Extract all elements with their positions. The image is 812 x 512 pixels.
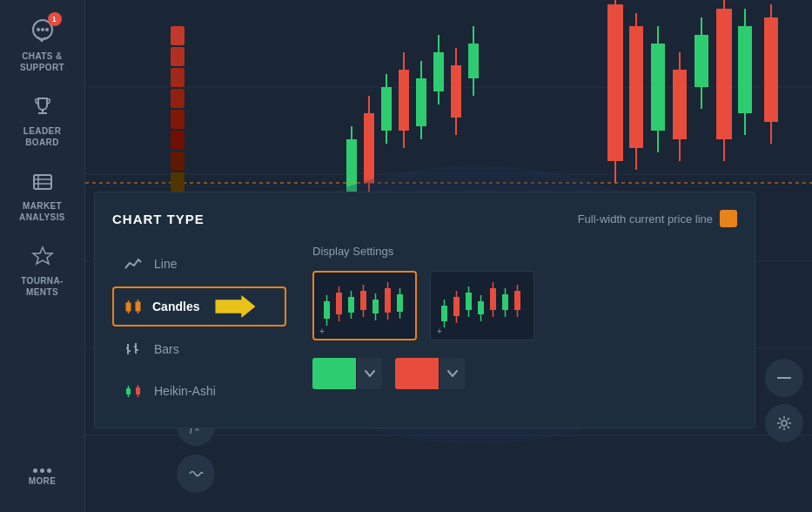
green-color-swatch[interactable] bbox=[312, 358, 356, 389]
svg-text:+: + bbox=[319, 327, 325, 336]
svg-rect-119 bbox=[466, 293, 472, 310]
svg-rect-73 bbox=[126, 303, 131, 311]
line-chart-icon bbox=[123, 253, 144, 274]
candles-chart-icon bbox=[123, 296, 144, 317]
price-line-label: Full-width current price line bbox=[578, 212, 713, 226]
chart-type-title: CHART TYPE bbox=[112, 212, 205, 226]
candles-icon-svg bbox=[124, 299, 143, 314]
svg-rect-30 bbox=[433, 52, 444, 91]
analysis-icon-wrap bbox=[27, 165, 58, 197]
svg-rect-116 bbox=[453, 297, 460, 316]
sidebar-item-leaderboard[interactable]: LEADERBOARD bbox=[0, 82, 84, 157]
candle-preview-row: + bbox=[312, 271, 737, 340]
sidebar-label-more: MORE bbox=[29, 476, 57, 486]
checkbox-check-icon bbox=[723, 213, 734, 224]
svg-rect-45 bbox=[651, 44, 665, 131]
chart-type-candles[interactable]: Candles bbox=[112, 286, 286, 327]
sidebar-label-chats: CHATS & SUPPORT bbox=[4, 51, 80, 73]
chart-type-list: Line Candles bbox=[112, 245, 286, 410]
svg-rect-24 bbox=[399, 70, 409, 131]
svg-rect-97 bbox=[348, 297, 354, 313]
svg-rect-72 bbox=[723, 213, 734, 224]
chart-type-line[interactable]: Line bbox=[112, 245, 286, 283]
svg-rect-103 bbox=[372, 300, 379, 313]
trophy-icon-wrap bbox=[27, 91, 58, 122]
minus-button[interactable] bbox=[765, 359, 803, 397]
sidebar-item-more[interactable]: MORE bbox=[24, 460, 61, 495]
trend-block-5 bbox=[171, 110, 185, 129]
svg-text:+: + bbox=[437, 327, 442, 336]
sidebar-label-market: MARKET ANALYSIS bbox=[4, 200, 80, 223]
sidebar-item-tournaments[interactable]: TOURNA-MENTS bbox=[0, 232, 84, 307]
svg-rect-125 bbox=[490, 288, 496, 310]
wave-button[interactable] bbox=[177, 455, 215, 493]
svg-rect-18 bbox=[364, 113, 374, 183]
svg-rect-122 bbox=[478, 301, 484, 314]
trend-block-6 bbox=[171, 131, 185, 150]
chart-type-bars[interactable]: Bars bbox=[112, 330, 286, 368]
trophy-icon bbox=[30, 93, 56, 119]
svg-rect-60 bbox=[764, 17, 778, 122]
panel-header: CHART TYPE Full-width current price line bbox=[112, 210, 737, 227]
svg-rect-36 bbox=[468, 44, 479, 78]
tournaments-icon bbox=[30, 243, 56, 269]
color-picker-red bbox=[395, 358, 465, 389]
display-settings-title: Display Settings bbox=[312, 245, 737, 258]
heikin-ashi-label: Heikin-Ashi bbox=[154, 384, 216, 398]
svg-rect-106 bbox=[385, 288, 391, 313]
svg-rect-48 bbox=[673, 70, 687, 139]
bars-icon-svg bbox=[124, 341, 143, 357]
svg-rect-128 bbox=[502, 294, 508, 310]
candle-preview-2-svg: + bbox=[434, 275, 530, 336]
arrow-right-icon bbox=[215, 295, 255, 318]
svg-rect-39 bbox=[607, 4, 623, 161]
svg-rect-33 bbox=[451, 65, 461, 118]
right-controls bbox=[765, 359, 803, 442]
svg-rect-94 bbox=[336, 293, 342, 314]
svg-rect-15 bbox=[346, 139, 357, 192]
line-label: Line bbox=[154, 257, 177, 271]
svg-rect-76 bbox=[136, 302, 140, 311]
trend-block-8 bbox=[171, 172, 185, 192]
settings-button[interactable] bbox=[765, 404, 803, 442]
trend-block-3 bbox=[171, 68, 185, 87]
price-line-option: Full-width current price line bbox=[578, 210, 737, 227]
svg-rect-131 bbox=[514, 291, 520, 310]
candles-arrow bbox=[215, 295, 255, 318]
tournaments-icon-wrap bbox=[27, 240, 58, 272]
sidebar-label-tournaments: TOURNA-MENTS bbox=[21, 275, 64, 298]
candle-preview-selected[interactable]: + bbox=[312, 271, 417, 340]
sidebar-item-market-analysis[interactable]: MARKET ANALYSIS bbox=[0, 157, 84, 232]
color-pickers bbox=[312, 358, 737, 389]
red-color-dropdown[interactable] bbox=[439, 358, 465, 389]
svg-point-136 bbox=[782, 421, 787, 426]
minus-icon bbox=[777, 376, 791, 380]
svg-rect-91 bbox=[324, 301, 330, 319]
heikin-icon-svg bbox=[124, 383, 143, 399]
color-picker-green bbox=[312, 358, 382, 389]
chart-type-panel: CHART TYPE Full-width current price line bbox=[94, 192, 755, 428]
candles-label: Candles bbox=[152, 300, 199, 313]
green-color-dropdown[interactable] bbox=[356, 358, 382, 389]
panel-body: Line Candles bbox=[112, 245, 737, 410]
svg-point-1 bbox=[37, 28, 40, 31]
analysis-icon bbox=[30, 168, 56, 194]
candle-preview-unselected[interactable]: + bbox=[430, 271, 534, 340]
svg-point-2 bbox=[41, 28, 44, 31]
more-dots-icon bbox=[33, 468, 51, 473]
price-line-checkbox[interactable] bbox=[720, 210, 737, 227]
sidebar-item-chats[interactable]: 1 CHATS & SUPPORT bbox=[0, 7, 84, 82]
gear-icon bbox=[776, 415, 792, 431]
svg-rect-42 bbox=[629, 26, 643, 148]
trend-block-4 bbox=[171, 89, 185, 108]
svg-rect-85 bbox=[126, 388, 131, 394]
svg-rect-100 bbox=[360, 291, 366, 310]
trend-block-7 bbox=[171, 152, 185, 171]
red-color-swatch[interactable] bbox=[395, 358, 439, 389]
svg-rect-51 bbox=[695, 35, 708, 87]
chart-type-heikin-ashi[interactable]: Heikin-Ashi bbox=[112, 372, 286, 410]
svg-point-3 bbox=[45, 28, 49, 31]
chat-icon-wrap: 1 bbox=[27, 16, 58, 47]
svg-rect-21 bbox=[381, 87, 392, 131]
wave-icon bbox=[188, 466, 204, 482]
